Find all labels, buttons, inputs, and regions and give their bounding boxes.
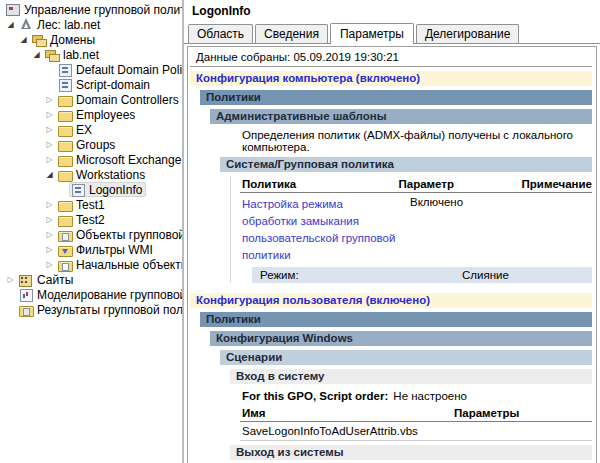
admin-templates-band[interactable]: Административные шаблоны bbox=[210, 109, 592, 124]
tree-item-labelbox[interactable]: Employees bbox=[56, 107, 139, 122]
tree-item-labelbox[interactable]: Управление групповой политикой bbox=[4, 2, 184, 17]
expander-collapsed-icon[interactable]: ▷ bbox=[43, 257, 56, 272]
loopback-policy-link[interactable]: Настройка режима обработки замыкания пол… bbox=[242, 196, 400, 264]
windows-settings-band[interactable]: Конфигурация Windows bbox=[210, 331, 592, 346]
system-group-policy-band[interactable]: Система/Групповая политика bbox=[220, 157, 592, 172]
tree-item-8[interactable]: ▷EX bbox=[0, 122, 182, 137]
tab-settings[interactable]: Параметры bbox=[330, 23, 414, 44]
tree-item-label: Фильтры WMI bbox=[76, 243, 153, 257]
tree-item-labelbox[interactable]: lab.net bbox=[43, 47, 103, 62]
tree-item-11[interactable]: ◢Workstations bbox=[0, 167, 182, 182]
expander-collapsed-icon[interactable]: ▷ bbox=[43, 92, 56, 107]
tree-item-labelbox[interactable]: Test1 bbox=[56, 197, 109, 212]
logon-order-value: Не настроено bbox=[393, 390, 467, 402]
expander-expanded-icon[interactable]: ◢ bbox=[4, 17, 17, 32]
tab-scope[interactable]: Область bbox=[188, 24, 253, 43]
admx-note: Определения политик (ADMX-файлы) получен… bbox=[240, 129, 592, 153]
tree-item-labelbox[interactable]: Microsoft Exchange Securi bbox=[56, 152, 184, 167]
tree-item-3[interactable]: ◢lab.net bbox=[0, 47, 182, 62]
report-wrapper: Данные собраны: 05.09.2019 19:30:21 Конф… bbox=[184, 44, 600, 463]
tree-item-label: Test2 bbox=[76, 213, 105, 227]
console-icon bbox=[6, 3, 21, 17]
tree-item-9[interactable]: ▷Groups bbox=[0, 137, 182, 152]
expander-expanded-icon[interactable]: ◢ bbox=[30, 47, 43, 62]
tree-item-18[interactable]: ▷Сайты bbox=[0, 272, 182, 287]
expander-collapsed-icon[interactable]: ▷ bbox=[43, 227, 56, 242]
expander-collapsed-icon[interactable]: ▷ bbox=[43, 152, 56, 167]
gpo-icon bbox=[58, 63, 73, 77]
comment-column-header: Примечание bbox=[520, 178, 592, 190]
policy-column-header: Политика bbox=[240, 178, 397, 190]
logoff-band[interactable]: Выход из системы bbox=[230, 445, 592, 460]
tree-item-labelbox[interactable]: Test2 bbox=[56, 212, 109, 227]
tab-bar: Область Сведения Параметры Делегирование bbox=[184, 20, 600, 44]
computer-config-header[interactable]: Конфигурация компьютера (включено) bbox=[190, 71, 592, 86]
expander-collapsed-icon[interactable]: ▷ bbox=[43, 212, 56, 227]
user-config-header[interactable]: Конфигурация пользователя (включено) bbox=[190, 293, 592, 308]
tree-item-labelbox[interactable]: Script-domain bbox=[56, 77, 154, 92]
tree-item-16[interactable]: ▷Фильтры WMI bbox=[0, 242, 182, 257]
logon-script-order: For this GPO, Script order:Не настроено bbox=[240, 390, 592, 402]
name-column-header: Имя bbox=[240, 407, 452, 419]
tree: Управление групповой политикой◢Лес: lab.… bbox=[0, 2, 182, 317]
tree-item-labelbox[interactable]: Начальные объекты груп bbox=[56, 257, 184, 272]
tree-item-14[interactable]: ▷Test2 bbox=[0, 212, 182, 227]
tree-selection[interactable]: LogonInfo bbox=[69, 182, 146, 197]
tree-item-labelbox[interactable]: EX bbox=[56, 122, 96, 137]
expander-collapsed-icon[interactable]: ▷ bbox=[43, 242, 56, 257]
logon-script-row: SaveLogonInfoToAdUserAttrib.vbs bbox=[240, 422, 592, 441]
tree-item-labelbox[interactable]: Groups bbox=[56, 137, 119, 152]
tree-item-labelbox[interactable]: Domain Controllers bbox=[56, 92, 183, 107]
ou-icon bbox=[58, 138, 73, 152]
logon-band[interactable]: Вход в систему bbox=[230, 369, 592, 384]
page-title: LogonInfo bbox=[184, 0, 600, 20]
expander-collapsed-icon[interactable]: ▷ bbox=[43, 107, 56, 122]
tree-item-labelbox[interactable]: Объекты групповой пол bbox=[56, 227, 184, 242]
user-policies-band[interactable]: Политики bbox=[200, 312, 592, 327]
tree-item-label: Результаты групповой полити bbox=[37, 303, 184, 317]
tree-item-13[interactable]: ▷Test1 bbox=[0, 197, 182, 212]
scripts-band[interactable]: Сценарии bbox=[220, 350, 592, 365]
tree-item-4[interactable]: Default Domain Policy bbox=[0, 62, 182, 77]
collected-timestamp: Данные собраны: 05.09.2019 19:30:21 bbox=[190, 48, 592, 67]
tree-item-1[interactable]: ◢Лес: lab.net bbox=[0, 17, 182, 32]
tree-item-labelbox[interactable]: Workstations bbox=[56, 167, 149, 182]
logon-order-label: For this GPO, Script order: bbox=[242, 390, 388, 402]
tree-item-2[interactable]: ◢Домены bbox=[0, 32, 182, 47]
tree-item-19[interactable]: Моделирование групповой по bbox=[0, 287, 182, 302]
wmi-folder-icon bbox=[58, 243, 73, 257]
tab-delegation[interactable]: Делегирование bbox=[416, 24, 519, 43]
tree-item-20[interactable]: Результаты групповой полити bbox=[0, 302, 182, 317]
tree-item-labelbox[interactable]: Default Domain Policy bbox=[56, 62, 184, 77]
tree-item-0[interactable]: Управление групповой политикой bbox=[0, 2, 182, 17]
tree-item-labelbox[interactable]: Домены bbox=[30, 32, 99, 47]
tree-item-10[interactable]: ▷Microsoft Exchange Securi bbox=[0, 152, 182, 167]
tree-item-labelbox[interactable]: Фильтры WMI bbox=[56, 242, 157, 257]
tree-item-17[interactable]: ▷Начальные объекты груп bbox=[0, 257, 182, 272]
tree-item-labelbox[interactable]: Моделирование групповой по bbox=[17, 287, 184, 302]
tree-item-label: EX bbox=[76, 123, 92, 137]
tree-item-12[interactable]: LogonInfo bbox=[0, 182, 182, 197]
tree-item-7[interactable]: ▷Employees bbox=[0, 107, 182, 122]
expander-collapsed-icon[interactable]: ▷ bbox=[4, 272, 17, 287]
computer-policies-band[interactable]: Политики bbox=[200, 90, 592, 105]
tree-item-labelbox[interactable]: Результаты групповой полити bbox=[17, 302, 184, 317]
mode-label: Режим: bbox=[252, 267, 462, 283]
tree-item-labelbox[interactable]: Сайты bbox=[17, 272, 77, 287]
tree-item-15[interactable]: ▷Объекты групповой пол bbox=[0, 227, 182, 242]
expander-expanded-icon[interactable]: ◢ bbox=[43, 167, 56, 182]
domain-icon bbox=[45, 48, 60, 62]
tab-details[interactable]: Сведения bbox=[255, 24, 328, 43]
expander-expanded-icon[interactable]: ◢ bbox=[17, 32, 30, 47]
gpo-pane: LogonInfo Область Сведения Параметры Дел… bbox=[184, 0, 600, 463]
tree-item-labelbox[interactable]: Лес: lab.net bbox=[17, 17, 104, 32]
tree-item-5[interactable]: Script-domain bbox=[0, 77, 182, 92]
tree-item-6[interactable]: ▷Domain Controllers bbox=[0, 92, 182, 107]
expander-collapsed-icon[interactable]: ▷ bbox=[43, 122, 56, 137]
expander-collapsed-icon[interactable]: ▷ bbox=[43, 137, 56, 152]
gpo-icon bbox=[71, 183, 86, 197]
logon-table-header: Имя Параметры bbox=[240, 405, 592, 422]
ou-icon bbox=[58, 108, 73, 122]
policy-row: Настройка режима обработки замыкания пол… bbox=[240, 193, 592, 264]
expander-collapsed-icon[interactable]: ▷ bbox=[43, 197, 56, 212]
